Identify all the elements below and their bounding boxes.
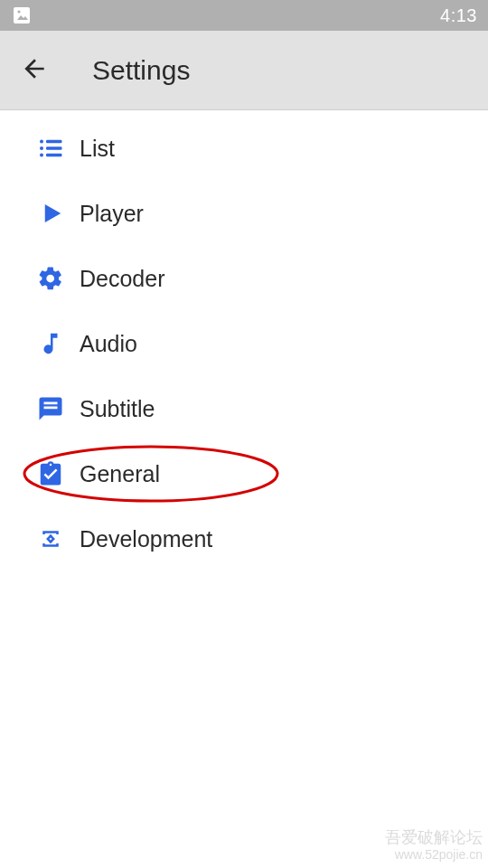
svg-rect-8	[44, 402, 58, 405]
settings-item-player[interactable]: Player	[0, 181, 488, 246]
status-bar: 4:13	[0, 0, 488, 31]
settings-item-label: Development	[80, 526, 212, 552]
chat-icon	[36, 394, 65, 423]
svg-point-1	[17, 10, 20, 13]
watermark: 吾爱破解论坛 www.52pojie.cn	[385, 828, 483, 863]
svg-rect-9	[44, 407, 58, 410]
settings-item-label: Decoder	[80, 266, 165, 292]
settings-item-label: Player	[80, 201, 144, 227]
arrow-back-icon	[20, 54, 49, 86]
settings-item-audio[interactable]: Audio	[0, 311, 488, 376]
svg-point-3	[40, 146, 43, 150]
settings-item-subtitle[interactable]: Subtitle	[0, 376, 488, 441]
back-button[interactable]	[16, 52, 52, 89]
svg-point-2	[40, 140, 43, 144]
status-time: 4:13	[440, 5, 477, 26]
settings-list: List Player Decoder Audio Subtitle	[0, 110, 488, 571]
svg-rect-0	[14, 7, 30, 24]
developer-mode-icon	[36, 524, 65, 553]
svg-rect-5	[46, 140, 62, 144]
music-note-icon	[36, 329, 65, 358]
settings-item-development[interactable]: Development	[0, 506, 488, 571]
svg-rect-7	[46, 154, 62, 157]
list-icon	[36, 134, 65, 163]
clipboard-check-icon	[36, 459, 65, 488]
settings-item-general[interactable]: General	[0, 441, 488, 506]
settings-item-label: Audio	[80, 331, 137, 357]
settings-item-decoder[interactable]: Decoder	[0, 246, 488, 311]
play-icon	[36, 199, 65, 228]
svg-point-4	[40, 154, 43, 157]
page-root: 4:13 Settings List Player Decoder	[0, 0, 488, 868]
settings-item-label: List	[80, 136, 115, 162]
watermark-line2: www.52pojie.cn	[385, 847, 483, 863]
settings-item-label: General	[80, 461, 160, 487]
settings-item-list[interactable]: List	[0, 116, 488, 181]
gear-icon	[36, 264, 65, 293]
watermark-line1: 吾爱破解论坛	[385, 828, 483, 848]
svg-rect-6	[46, 146, 62, 150]
settings-item-label: Subtitle	[80, 396, 155, 422]
image-icon	[11, 5, 33, 26]
page-title: Settings	[92, 55, 190, 86]
app-bar: Settings	[0, 31, 488, 110]
